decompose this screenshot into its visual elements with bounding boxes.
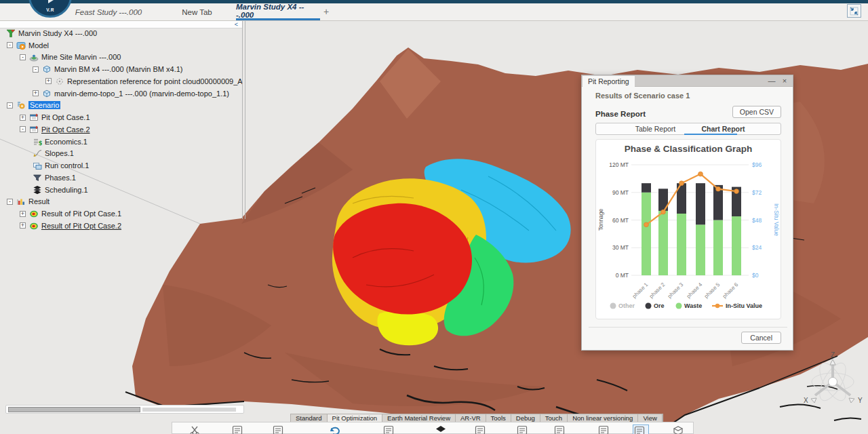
svg-text:phase 5: phase 5	[703, 281, 722, 300]
svg-text:$48: $48	[752, 217, 762, 224]
svg-text:In-Situ Value: In-Situ Value	[773, 203, 780, 236]
close-icon[interactable]: ×	[780, 77, 789, 85]
dialog-separator	[589, 327, 787, 328]
tree-row-slopes-1[interactable]: Slopes.1	[0, 148, 242, 160]
page-icon[interactable]	[231, 425, 243, 434]
window-icon[interactable]	[474, 425, 486, 434]
insitu-point-5	[716, 186, 721, 191]
viewport-scrollbar[interactable]	[5, 405, 244, 414]
insitu-point-3	[679, 181, 684, 186]
tree-row-mine-site-marvin-000[interactable]: -Mine Site Marvin ---.000	[0, 52, 242, 64]
tree-item-label[interactable]: Marvin Study X4 ---.000	[18, 29, 97, 37]
tree-item-label[interactable]: Result of Pit Opt Case.1	[41, 210, 121, 218]
tree-item-label[interactable]: Run control.1	[45, 161, 89, 170]
svg-text:90 MT: 90 MT	[612, 189, 629, 196]
tree-item-label[interactable]: Pit Opt Case.1	[41, 113, 90, 121]
model-tree: Marvin Study X4 ---.000-Model-Mine Site …	[0, 27, 242, 232]
tree-item-label[interactable]: Mine Site Marvin ---.000	[41, 53, 121, 61]
collapse-icon[interactable]: -	[7, 42, 13, 48]
open-csv-button[interactable]: Open CSV	[732, 106, 781, 118]
collapse-icon[interactable]: -	[33, 66, 39, 73]
pages-icon[interactable]	[597, 425, 610, 434]
tree-item-label[interactable]: Result	[28, 197, 50, 205]
scrollbar-thumb[interactable]	[8, 407, 140, 412]
bar-ore-1	[642, 183, 651, 193]
tree-item-label[interactable]: Scenario	[28, 101, 60, 109]
expand-icon[interactable]: +	[45, 78, 52, 84]
tree-row-representation-reference-for-p[interactable]: +Representation reference for point clou…	[0, 75, 242, 87]
tree-item-label[interactable]: Scheduling.1	[45, 186, 88, 194]
dialog-title[interactable]: Pit Reporting	[583, 76, 635, 87]
tree-row-marvin-demo-topo-1-000-marvin-[interactable]: +marvin-demo-topo_1 ---.000 (marvin-demo…	[0, 87, 242, 100]
tree-row-phases-1[interactable]: Phases.1	[0, 172, 242, 184]
axis-triad[interactable]: Z X Y	[800, 351, 865, 410]
pen-icon[interactable]	[516, 425, 528, 434]
tree-row-economics-1[interactable]: $Economics.1	[0, 136, 242, 148]
tree-row-marvin-study-x4-000[interactable]: Marvin Study X4 ---.000	[0, 27, 242, 39]
cube-icon	[42, 64, 52, 74]
resultpit-icon	[29, 221, 39, 231]
clipboard-icon[interactable]	[272, 425, 284, 434]
restore-window-button[interactable]	[847, 4, 861, 18]
result-icon	[16, 197, 26, 206]
new-tab-button[interactable]: +	[320, 5, 332, 18]
collapse-icon[interactable]: -	[20, 126, 26, 132]
tree-row-result-of-pit-opt-case-2[interactable]: +Result of Pit Opt Case.2	[0, 220, 242, 232]
tree-row-pit-opt-case-2[interactable]: -Pit Opt Case.2	[0, 123, 242, 136]
collapse-icon[interactable]: -	[20, 54, 26, 60]
pit-reporting-dialog: Pit Reporting — × Results of Scenario ca…	[581, 75, 793, 351]
panel-splitter[interactable]	[242, 21, 245, 219]
study-tab-2[interactable]: New Tab	[168, 3, 226, 20]
bar-waste-5	[713, 220, 723, 276]
tree-row-scenario[interactable]: -Scenario	[0, 100, 242, 112]
expand-icon[interactable]: +	[33, 90, 39, 96]
tree-row-marvin-bm-x4-000-marvin-bm-x4-[interactable]: -Marvin BM x4 ---.000 (Marvin BM x4.1)	[0, 63, 242, 75]
tree-item-label[interactable]: Phases.1	[45, 174, 76, 182]
expand-icon[interactable]: +	[20, 115, 26, 121]
tree-row-result[interactable]: -Result	[0, 196, 242, 208]
study-tab-1[interactable]: Feast Study ---.000	[68, 3, 149, 20]
diamond-icon[interactable]	[435, 425, 447, 434]
tree-item-label[interactable]: Result of Pit Opt Case.2	[41, 222, 121, 230]
tree-item-label[interactable]: marvin-demo-topo_1 ---.000 (marvin-demo-…	[54, 90, 229, 98]
scissors-icon[interactable]	[189, 425, 201, 434]
collapse-icon[interactable]: -	[7, 102, 13, 108]
tree-item-label[interactable]: Marvin BM x4 ---.000 (Marvin BM x4.1)	[54, 65, 182, 73]
tree-item-label[interactable]: Economics.1	[45, 138, 87, 146]
study-tab-bar: Feast Study ---.000New TabMarvin Study X…	[0, 3, 868, 21]
monitor-icon[interactable]	[382, 425, 395, 434]
dialog-titlebar[interactable]: Pit Reporting — ×	[582, 75, 793, 87]
svg-text:phase 3: phase 3	[667, 281, 685, 300]
phases-icon	[33, 173, 42, 182]
insitu-point-2	[661, 210, 666, 214]
collapse-icon[interactable]: -	[7, 199, 13, 205]
document-icon[interactable]	[633, 425, 649, 434]
tab-table-report[interactable]: Table Report	[623, 123, 688, 135]
active-tab-underline	[684, 134, 737, 135]
svg-text:Ore: Ore	[654, 302, 665, 309]
bar-waste-2	[658, 211, 668, 275]
cancel-button[interactable]: Cancel	[741, 332, 781, 344]
tree-item-label[interactable]: Pit Opt Case.2	[41, 125, 90, 134]
study-tab-3[interactable]: Marvin Study X4 ---.000	[236, 3, 320, 20]
triad-hub	[829, 378, 837, 387]
expand-icon[interactable]: +	[20, 222, 26, 229]
table-icon[interactable]	[553, 425, 566, 434]
tree-item-label[interactable]: Slopes.1	[45, 149, 74, 157]
box-icon[interactable]	[672, 425, 684, 434]
axis-y-label: Y	[858, 397, 863, 404]
tree-row-run-control-1[interactable]: Run control.1	[0, 159, 242, 172]
tree-row-result-of-pit-opt-case-1[interactable]: +Result of Pit Opt Case.1	[0, 208, 242, 220]
tree-row-pit-opt-case-1[interactable]: +Pit Opt Case.1	[0, 111, 242, 123]
svg-text:Phase & Classification Graph: Phase & Classification Graph	[625, 144, 752, 154]
tree-row-model[interactable]: -Model	[0, 39, 242, 52]
minimize-icon[interactable]: —	[767, 77, 776, 85]
expand-icon[interactable]: +	[20, 211, 26, 217]
bar-waste-1	[642, 193, 651, 275]
scrollbar-track[interactable]	[142, 408, 236, 412]
economics-icon: $	[33, 137, 42, 146]
tree-item-label[interactable]: Model	[28, 41, 49, 50]
tree-row-scheduling-1[interactable]: Scheduling.1	[0, 184, 242, 196]
tree-item-label[interactable]: Representation reference for point cloud…	[67, 77, 242, 85]
undo-icon[interactable]	[328, 425, 340, 434]
